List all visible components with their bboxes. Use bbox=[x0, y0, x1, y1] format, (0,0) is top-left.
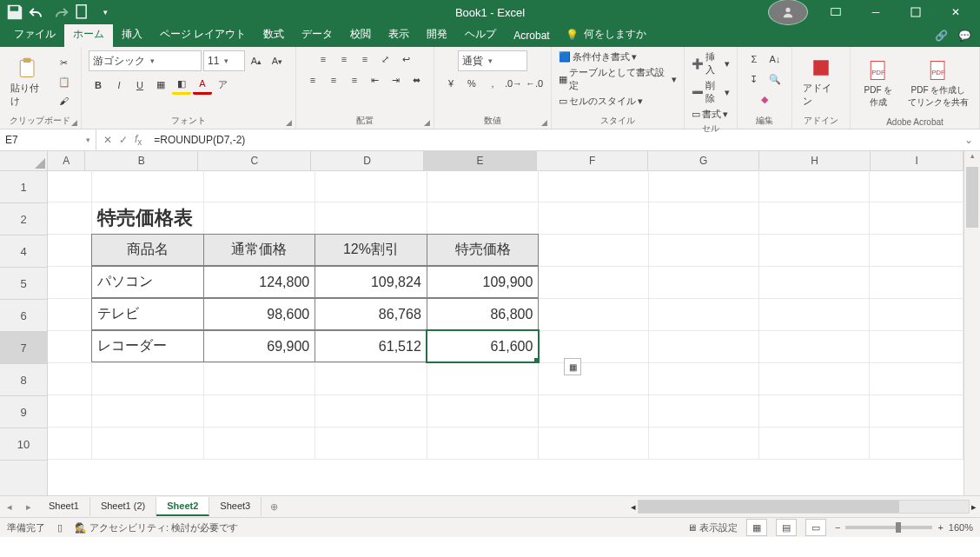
col-header-B[interactable]: B bbox=[85, 151, 198, 170]
font-color-icon[interactable]: A bbox=[193, 75, 212, 95]
decrease-font-icon[interactable]: A▾ bbox=[268, 52, 287, 70]
align-bottom-icon[interactable]: ≡ bbox=[355, 50, 374, 68]
view-layout-icon[interactable]: ▤ bbox=[776, 519, 797, 536]
align-left-icon[interactable]: ≡ bbox=[303, 71, 322, 89]
col-header-C[interactable]: C bbox=[198, 151, 311, 170]
row-header-1[interactable]: 1 bbox=[0, 171, 47, 203]
col-header-E[interactable]: E bbox=[424, 151, 537, 170]
tab-help[interactable]: ヘルプ bbox=[456, 23, 505, 47]
percent-icon[interactable]: % bbox=[462, 75, 481, 92]
cancel-formula-icon[interactable]: ✕ bbox=[103, 134, 112, 146]
ribbon-display-icon[interactable] bbox=[817, 0, 855, 24]
pdf-share-button[interactable]: PDFPDF を作成してリンクを共有 bbox=[904, 56, 972, 110]
tell-me[interactable]: 💡何をしますか bbox=[566, 27, 646, 47]
sheet-nav-next-icon[interactable]: ▸ bbox=[19, 501, 38, 513]
conditional-format-button[interactable]: 🟦条件付き書式 ▾ bbox=[559, 50, 637, 63]
decrease-decimal-icon[interactable]: ←.0 bbox=[525, 75, 544, 92]
merge-icon[interactable]: ⬌ bbox=[407, 71, 427, 89]
tab-data[interactable]: データ bbox=[293, 23, 341, 47]
cell[interactable]: 124,800 bbox=[203, 266, 316, 298]
font-size-combo[interactable]: 11▾ bbox=[203, 50, 245, 71]
undo-icon[interactable] bbox=[28, 3, 47, 22]
paste-button[interactable]: 貼り付け bbox=[7, 54, 50, 109]
zoom-in-button[interactable]: + bbox=[937, 522, 943, 533]
addin-button[interactable]: アドイン bbox=[799, 54, 843, 109]
tab-formulas[interactable]: 数式 bbox=[255, 23, 293, 47]
sheet-tab[interactable]: Sheet1 (2) bbox=[90, 497, 156, 516]
sheet-tab[interactable]: Sheet1 bbox=[38, 497, 90, 516]
cell[interactable]: 86,800 bbox=[427, 298, 540, 330]
new-icon[interactable] bbox=[73, 3, 92, 22]
clear-icon[interactable]: ◆ bbox=[755, 90, 774, 108]
col-header-H[interactable]: H bbox=[759, 151, 871, 170]
tab-acrobat[interactable]: Acrobat bbox=[505, 25, 558, 47]
tab-layout[interactable]: ページ レイアウト bbox=[151, 23, 255, 47]
row-header-10[interactable]: 10 bbox=[0, 428, 47, 461]
sheet-tab[interactable]: Sheet3 bbox=[209, 497, 262, 516]
sheet-tab[interactable]: Sheet2 bbox=[156, 497, 209, 516]
clipboard-launcher-icon[interactable]: ◢ bbox=[71, 118, 77, 127]
zoom-slider[interactable] bbox=[845, 526, 932, 529]
bold-button[interactable]: B bbox=[89, 76, 108, 94]
find-icon[interactable]: 🔍 bbox=[765, 70, 785, 88]
col-header-I[interactable]: I bbox=[871, 151, 963, 170]
cell[interactable]: 61,600 bbox=[427, 330, 540, 362]
currency-icon[interactable]: ¥ bbox=[441, 75, 460, 92]
hscroll-thumb[interactable] bbox=[639, 501, 899, 513]
border-icon[interactable]: ▦ bbox=[151, 76, 170, 94]
name-box[interactable]: E7▾ bbox=[0, 129, 96, 150]
tab-home[interactable]: ホーム bbox=[64, 23, 113, 47]
qat-dropdown-icon[interactable]: ▾ bbox=[96, 3, 115, 22]
tab-developer[interactable]: 開発 bbox=[418, 23, 456, 47]
close-button[interactable]: ✕ bbox=[937, 0, 975, 24]
hscroll-left-icon[interactable]: ◂ bbox=[631, 501, 636, 513]
row-header-8[interactable]: 8 bbox=[0, 364, 47, 396]
cell[interactable]: 109,900 bbox=[427, 266, 540, 298]
save-icon[interactable] bbox=[5, 3, 24, 22]
cell[interactable]: 86,768 bbox=[315, 298, 427, 330]
vertical-scrollbar[interactable]: ▴ bbox=[963, 151, 980, 495]
wrap-text-icon[interactable]: ↩ bbox=[397, 50, 416, 68]
autosum-icon[interactable]: Σ bbox=[745, 50, 764, 68]
share-button[interactable]: 🔗 bbox=[935, 30, 948, 42]
row-header-5[interactable]: 5 bbox=[0, 268, 47, 300]
tab-review[interactable]: 校閲 bbox=[341, 23, 380, 47]
accessibility-status[interactable]: 🕵 アクセシビリティ: 検討が必要です bbox=[75, 521, 238, 534]
cell[interactable]: 98,600 bbox=[203, 298, 316, 330]
cell[interactable]: 69,900 bbox=[203, 330, 316, 362]
horizontal-scrollbar[interactable] bbox=[638, 500, 970, 514]
row-header-4[interactable]: 4 bbox=[0, 235, 47, 268]
increase-decimal-icon[interactable]: .0→ bbox=[504, 75, 523, 92]
pdf-create-button[interactable]: PDFPDF を作成 bbox=[858, 56, 899, 110]
copy-icon[interactable]: 📋 bbox=[55, 73, 74, 90]
row-header-6[interactable]: 6 bbox=[0, 300, 47, 332]
underline-button[interactable]: U bbox=[130, 76, 149, 94]
orientation-icon[interactable]: ⤢ bbox=[376, 50, 395, 68]
format-cells-button[interactable]: ▭書式 ▾ bbox=[692, 108, 728, 121]
row-header-2[interactable]: 2 bbox=[0, 203, 47, 235]
insert-cells-button[interactable]: ➕挿入 ▾ bbox=[692, 50, 730, 76]
format-painter-icon[interactable]: 🖌 bbox=[55, 92, 74, 109]
autofill-options-icon[interactable]: ▦ bbox=[564, 358, 581, 375]
number-format-combo[interactable]: 通貨▾ bbox=[458, 50, 527, 71]
fill-icon[interactable]: ↧ bbox=[745, 70, 764, 88]
format-as-table-button[interactable]: ▦テーブルとして書式設定 ▾ bbox=[559, 66, 677, 92]
cell[interactable]: パソコン bbox=[91, 266, 204, 298]
formula-input[interactable]: =ROUNDUP(D7,-2) bbox=[149, 134, 957, 146]
delete-cells-button[interactable]: ➖削除 ▾ bbox=[692, 79, 730, 105]
phonetic-icon[interactable]: ア bbox=[214, 76, 233, 94]
font-launcher-icon[interactable]: ◢ bbox=[286, 118, 292, 127]
col-header-G[interactable]: G bbox=[648, 151, 759, 170]
comments-button[interactable]: 💬 bbox=[958, 30, 971, 42]
minimize-button[interactable]: ─ bbox=[857, 0, 895, 24]
tab-insert[interactable]: 挿入 bbox=[113, 23, 151, 47]
sort-filter-icon[interactable]: A↓ bbox=[765, 50, 785, 68]
user-avatar-icon[interactable] bbox=[768, 0, 808, 25]
cell[interactable]: 109,824 bbox=[315, 266, 427, 298]
row-header-7[interactable]: 7 bbox=[0, 332, 47, 364]
align-right-icon[interactable]: ≡ bbox=[345, 71, 364, 89]
italic-button[interactable]: I bbox=[109, 76, 129, 94]
hscroll-right-icon[interactable]: ▸ bbox=[971, 501, 977, 513]
view-pagebreak-icon[interactable]: ▭ bbox=[805, 519, 826, 536]
expand-formula-icon[interactable]: ⌄ bbox=[957, 134, 980, 146]
